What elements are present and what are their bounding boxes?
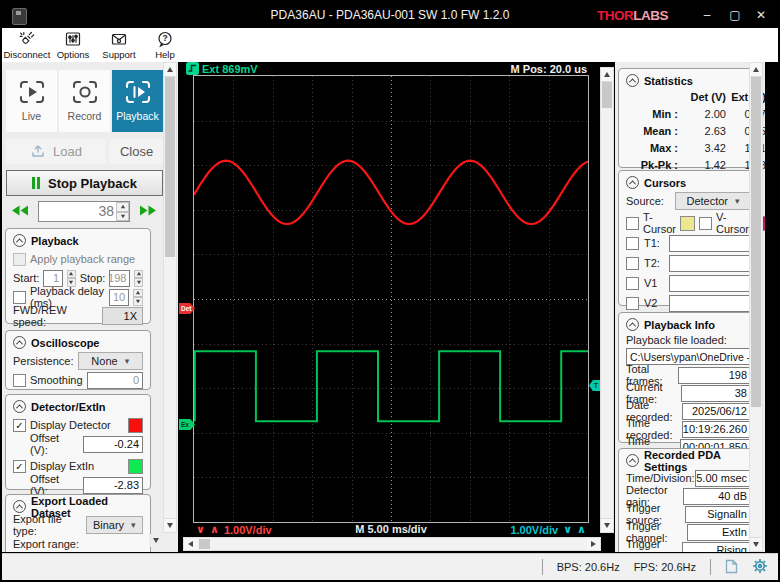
support-button[interactable]: Support [96, 29, 142, 61]
scrollbar-thumb[interactable] [751, 77, 761, 407]
detector-color-swatch[interactable] [128, 418, 143, 433]
smoothing-checkbox[interactable] [13, 374, 26, 387]
settings-gear-icon[interactable] [752, 558, 768, 576]
setting-value-field[interactable]: 5.00 msec [695, 470, 751, 487]
scroll-down-arrow[interactable] [750, 537, 762, 551]
fwd-rew-speed-button[interactable]: 1X [102, 307, 143, 325]
v-cursor-checkbox[interactable] [699, 217, 712, 230]
setting-label: Trigger slope: [626, 538, 682, 552]
vscroll-thumb[interactable] [602, 82, 612, 108]
live-mode-button[interactable]: Live [6, 70, 57, 132]
setting-value-field[interactable]: 40 dB [683, 488, 751, 505]
playback-delay-checkbox[interactable] [13, 291, 26, 304]
playback-brackets-icon [124, 80, 152, 106]
cursor-value-field[interactable] [669, 255, 751, 272]
export-file-type-dropdown[interactable]: Binary [86, 516, 143, 534]
scope-horizontal-scrollbar[interactable] [183, 537, 601, 551]
recorded-setting-row: Trigger slope:Rising [626, 542, 751, 552]
record-mode-button[interactable]: Record [59, 70, 110, 132]
scroll-up-arrow[interactable] [164, 63, 176, 77]
scroll-down-arrow[interactable] [601, 518, 613, 532]
setting-value-field[interactable]: Rising [682, 542, 751, 553]
help-button[interactable]: ? Help [142, 29, 188, 61]
right-panel-scrollbar[interactable] [749, 62, 763, 552]
setting-value-field[interactable]: SignalIn [685, 506, 751, 523]
smoothing-input[interactable]: 0 [87, 372, 143, 389]
info-value-field[interactable]: 10:19:26.260 [682, 421, 751, 438]
scroll-up-arrow[interactable] [601, 68, 613, 82]
log-file-icon[interactable] [725, 559, 738, 576]
sliders-icon [64, 30, 82, 48]
persistence-dropdown[interactable]: None [78, 352, 143, 370]
scroll-down-arrow[interactable] [164, 518, 176, 532]
extin-scale-up-arrow[interactable] [577, 523, 586, 536]
collapse-settings-icon[interactable] [626, 454, 639, 467]
scroll-right-arrow[interactable] [587, 538, 600, 550]
frame-number-input[interactable]: 38 [38, 201, 130, 222]
hscroll-thumb[interactable] [199, 539, 210, 549]
close-dataset-button[interactable]: Close [109, 139, 164, 164]
playback-mode-button[interactable]: Playback [112, 70, 163, 132]
scope-vertical-scrollbar[interactable] [600, 67, 614, 533]
extin-scale-down-arrow[interactable] [563, 523, 572, 536]
collapse-oscilloscope-icon[interactable] [13, 336, 26, 349]
setting-value-field[interactable]: ExtIn [687, 524, 751, 541]
statistics-row: Min :2.000.07 [626, 105, 751, 122]
collapse-cursors-icon[interactable] [626, 176, 639, 189]
disconnect-button[interactable]: Disconnect [4, 29, 50, 61]
playback-start-input[interactable]: 1 [43, 270, 63, 287]
cursor-source-dropdown[interactable]: Detector [675, 192, 751, 210]
extin-color-swatch[interactable] [128, 459, 143, 474]
playback-delay-spinner[interactable] [133, 289, 143, 306]
cursor-t1-checkbox[interactable] [626, 237, 639, 250]
collapse-statistics-icon[interactable] [626, 74, 639, 87]
t-cursor-checkbox[interactable] [626, 217, 639, 230]
panel-scroll-down-button[interactable] [149, 534, 162, 547]
pause-icon [32, 177, 40, 189]
cursor-v1-checkbox[interactable] [626, 277, 639, 290]
collapse-playback-icon[interactable] [13, 234, 26, 247]
detector-offset-input[interactable]: -0.24 [83, 436, 143, 453]
detector-scale-up-arrow[interactable] [210, 523, 219, 536]
collapse-playback-info-icon[interactable] [626, 318, 639, 331]
frame-spinner[interactable] [116, 202, 129, 221]
scope-graticule[interactable] [193, 75, 589, 523]
detector-scale-down-arrow[interactable] [196, 523, 205, 536]
fps-readout: FPS: 20.6Hz [634, 561, 696, 573]
close-window-button[interactable]: ✕ [748, 5, 774, 25]
info-value-field[interactable]: 2025/06/12 [682, 403, 751, 420]
oscilloscope-group: Oscilloscope Persistence: None Smoothing… [5, 330, 151, 390]
minimize-button[interactable]: – [694, 5, 720, 25]
collapse-detector-icon[interactable] [13, 400, 26, 413]
maximize-button[interactable]: ▢ [722, 5, 748, 25]
extin-offset-input[interactable]: -2.83 [83, 477, 143, 494]
playback-start-spinner[interactable] [67, 270, 76, 287]
scroll-left-arrow[interactable] [184, 538, 197, 550]
scrollbar-thumb[interactable] [165, 77, 175, 257]
info-value-field[interactable]: 198 [678, 367, 751, 384]
scroll-up-arrow[interactable] [750, 63, 762, 77]
cursor-value-field[interactable] [669, 275, 751, 292]
playback-stop-spinner[interactable] [134, 270, 143, 287]
load-button[interactable]: Load [6, 139, 106, 164]
collapse-export-icon[interactable] [13, 500, 26, 513]
info-value-field[interactable]: 38 [681, 385, 751, 402]
scope-bottom-bar: M 5.00 ms/div 1.00V/div 1.00V/div [193, 523, 589, 538]
t-cursor-color-swatch[interactable] [680, 216, 695, 231]
statistics-header-row: Det (V)Ext (V) [626, 88, 751, 105]
cursor-v2-checkbox[interactable] [626, 297, 639, 310]
cursor-t2-checkbox[interactable] [626, 257, 639, 270]
apply-playback-range-checkbox[interactable] [13, 253, 26, 266]
previous-frame-button[interactable] [6, 201, 34, 222]
options-button[interactable]: Options [50, 29, 96, 61]
playback-group: Playback Apply playback range Start: 1 S… [5, 228, 151, 324]
cursor-value-field[interactable] [669, 295, 751, 312]
display-detector-checkbox[interactable] [13, 419, 26, 432]
cursor-value-field[interactable] [669, 235, 751, 252]
stop-playback-button[interactable]: Stop Playback [6, 170, 163, 196]
playback-delay-input[interactable]: 10 [109, 289, 129, 306]
playback-stop-input[interactable]: 198 [109, 270, 130, 287]
next-frame-button[interactable] [134, 201, 162, 222]
display-extin-checkbox[interactable] [13, 460, 26, 473]
left-panel-scrollbar[interactable] [163, 62, 177, 533]
